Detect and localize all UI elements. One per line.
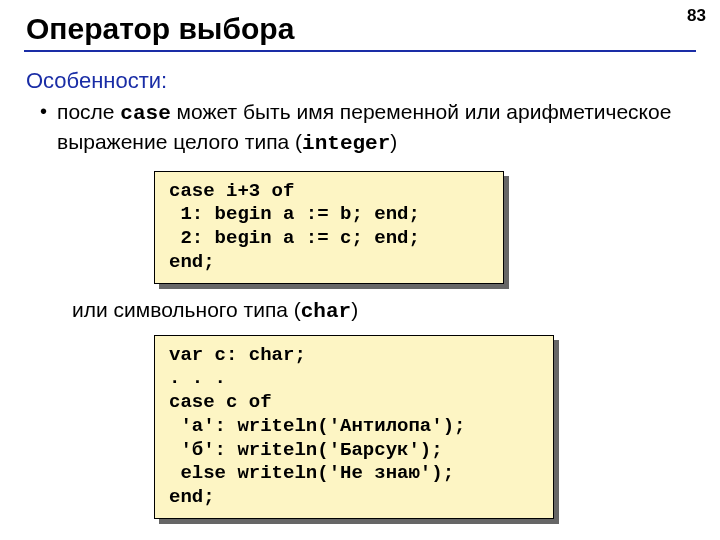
code-content-2: var c: char; . . . case c of 'а': writel… xyxy=(154,335,554,519)
bullet-text: после case может быть имя переменной или… xyxy=(57,98,696,159)
code-block-2: var c: char; . . . case c of 'а': writel… xyxy=(154,335,554,519)
follow-post: ) xyxy=(351,298,358,321)
keyword-char: char xyxy=(301,300,351,323)
keyword-integer: integer xyxy=(302,132,390,155)
slide-page: 83 Оператор выбора Особенности: • после … xyxy=(0,0,720,540)
keyword-case: case xyxy=(120,102,170,125)
follow-pre: или символьного типа ( xyxy=(72,298,301,321)
bullet-dot-icon: • xyxy=(40,98,47,125)
bullet-item: • после case может быть имя переменной и… xyxy=(40,98,696,159)
follow-text: или символьного типа (char) xyxy=(72,298,696,323)
slide-title: Оператор выбора xyxy=(26,12,696,46)
title-underline xyxy=(24,50,696,52)
bullet-post: ) xyxy=(390,130,397,153)
bullet-pre: после xyxy=(57,100,120,123)
code-block-1: case i+3 of 1: begin a := b; end; 2: beg… xyxy=(154,171,504,284)
code-content-1: case i+3 of 1: begin a := b; end; 2: beg… xyxy=(154,171,504,284)
page-number: 83 xyxy=(687,6,706,26)
section-subtitle: Особенности: xyxy=(26,68,696,94)
